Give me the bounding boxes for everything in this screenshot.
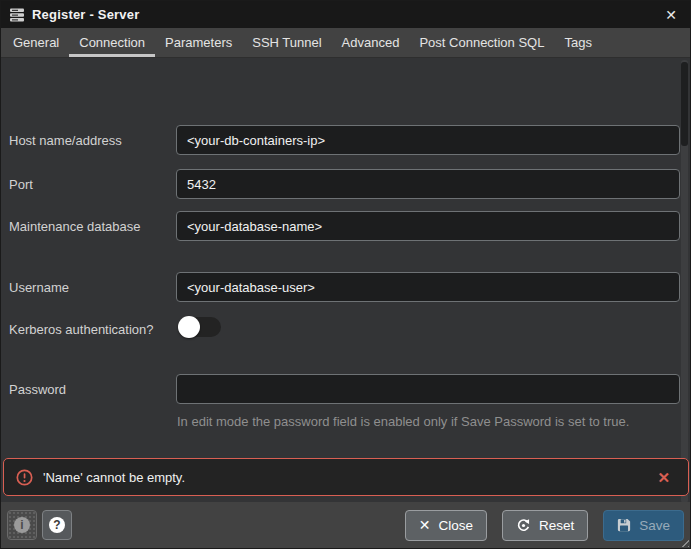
port-label: Port (9, 174, 167, 195)
username-input[interactable] (176, 272, 680, 302)
host-label: Host name/address (9, 130, 167, 151)
connection-form: Host name/address Port Maintenance datab… (1, 59, 690, 502)
window-close-icon[interactable]: ✕ (660, 6, 682, 24)
sql-info-button[interactable]: i (7, 510, 37, 540)
help-icon: ? (49, 517, 65, 533)
host-input[interactable] (176, 125, 680, 155)
username-label: Username (9, 277, 167, 298)
help-button[interactable]: ? (42, 510, 72, 540)
form-scrollbar-track[interactable] (681, 60, 688, 503)
window-title: Register - Server (32, 7, 139, 22)
kerberos-toggle[interactable] (179, 317, 221, 337)
tab-parameters[interactable]: Parameters (155, 28, 242, 57)
maintenance-database-label: Maintenance database (9, 216, 167, 237)
port-input[interactable] (176, 169, 680, 199)
save-button-label: Save (639, 518, 670, 533)
form-scrollbar-thumb[interactable] (681, 62, 688, 146)
tab-advanced[interactable]: Advanced (332, 28, 410, 57)
server-icon (9, 7, 25, 23)
kerberos-label: Kerberos authentication? (9, 319, 167, 340)
save-button[interactable]: Save (603, 510, 684, 541)
kerberos-toggle-knob (178, 316, 200, 338)
tab-connection[interactable]: Connection (69, 28, 155, 57)
error-close-icon[interactable]: ✕ (651, 468, 676, 487)
password-input[interactable] (176, 374, 680, 404)
title-bar: Register - Server ✕ (1, 1, 690, 28)
info-icon: i (14, 517, 30, 533)
tab-general[interactable]: General (3, 28, 69, 57)
tab-post-connection-sql[interactable]: Post Connection SQL (409, 28, 554, 57)
error-alert-icon (16, 469, 33, 486)
reset-button-label: Reset (539, 518, 574, 533)
register-server-dialog: Register - Server ✕ General Connection P… (0, 0, 691, 549)
reset-button[interactable]: Reset (502, 510, 588, 541)
tab-tags[interactable]: Tags (554, 28, 601, 57)
dialog-footer: i ? ✕ Close Reset Save (1, 502, 690, 548)
close-x-icon: ✕ (419, 518, 431, 532)
dialog-tabs: General Connection Parameters SSH Tunnel… (1, 28, 690, 58)
error-banner: 'Name' cannot be empty. ✕ (3, 458, 689, 496)
tab-ssh-tunnel[interactable]: SSH Tunnel (242, 28, 331, 57)
reset-icon (516, 518, 531, 533)
error-message: 'Name' cannot be empty. (43, 470, 185, 485)
maintenance-database-input[interactable] (176, 211, 680, 241)
password-helper-text: In edit mode the password field is enabl… (177, 409, 669, 435)
close-button[interactable]: ✕ Close (405, 510, 487, 541)
close-button-label: Close (438, 518, 473, 533)
password-label: Password (9, 379, 167, 400)
save-icon (617, 518, 631, 532)
